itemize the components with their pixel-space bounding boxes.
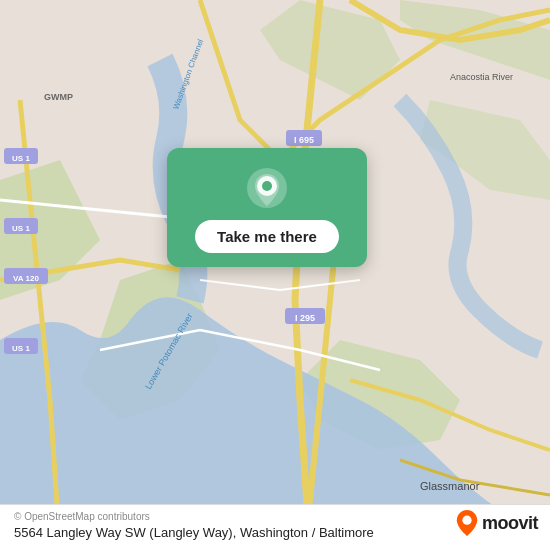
bottom-bar: © OpenStreetMap contributors 5564 Langle…: [0, 504, 550, 550]
svg-point-28: [262, 181, 272, 191]
svg-point-29: [462, 516, 471, 525]
svg-text:I 295: I 295: [295, 313, 315, 323]
svg-text:US 1: US 1: [12, 344, 30, 353]
moovit-brand-text: moovit: [482, 513, 538, 534]
svg-text:I 695: I 695: [294, 135, 314, 145]
location-popup: Take me there: [167, 148, 367, 267]
svg-text:Anacostia River: Anacostia River: [450, 72, 513, 82]
svg-text:US 1: US 1: [12, 224, 30, 233]
map-container: I 695 I 295 I 295 US 1 US 1 US 1 VA 120 …: [0, 0, 550, 550]
take-me-there-button[interactable]: Take me there: [195, 220, 339, 253]
svg-text:VA 120: VA 120: [13, 274, 39, 283]
moovit-pin-icon: [456, 510, 478, 536]
moovit-logo: moovit: [456, 510, 538, 536]
svg-text:Glassmanor: Glassmanor: [420, 480, 480, 492]
svg-text:US 1: US 1: [12, 154, 30, 163]
svg-text:GWMP: GWMP: [44, 92, 73, 102]
location-pin-icon: [245, 166, 289, 210]
map-background: I 695 I 295 I 295 US 1 US 1 US 1 VA 120 …: [0, 0, 550, 550]
